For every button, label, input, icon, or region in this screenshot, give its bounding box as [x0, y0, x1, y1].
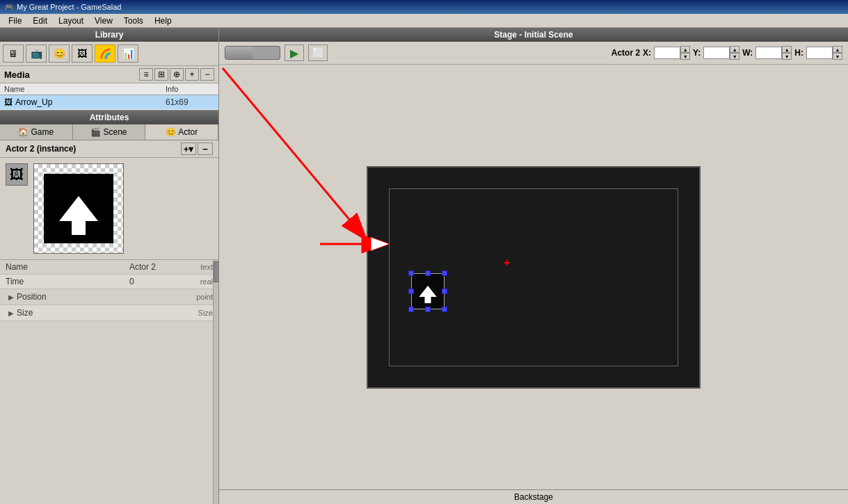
handle-top-center[interactable]	[425, 270, 431, 276]
y-spinbox-arrows: ▲ ▼	[730, 46, 739, 60]
attr-type-position: point	[185, 293, 213, 301]
attr-expand-size[interactable]: ▶	[6, 307, 17, 318]
handle-top-right[interactable]	[442, 270, 447, 276]
media-item-name: Arrow_Up	[15, 97, 166, 107]
actor-icon: 😊	[166, 127, 176, 137]
stage-toolbar: ▶ ⬜ Actor 2 X: 60 ▲ ▼ Y: 116 ▲ ▼	[219, 42, 848, 65]
w-spin-up[interactable]: ▲	[782, 46, 792, 53]
attr-row-position: ▶ Position point	[0, 289, 218, 305]
attr-preview-area: 🖼	[0, 158, 218, 260]
handle-bottom-left[interactable]	[408, 307, 414, 312]
attr-tab-scene-label: Scene	[103, 127, 127, 137]
media-remove-btn[interactable]: −	[200, 68, 214, 81]
attr-add-btn[interactable]: +▾	[181, 143, 196, 155]
actor-arrow-stem	[425, 296, 431, 303]
x-spinbox-arrows: ▲ ▼	[680, 46, 690, 60]
attr-tab-actor[interactable]: 😊 Actor	[145, 124, 218, 140]
actor-sprite	[411, 273, 445, 309]
menu-view[interactable]: View	[89, 15, 118, 27]
y-spin-up[interactable]: ▲	[730, 46, 739, 53]
attr-scrollbar-thumb[interactable]	[214, 261, 218, 282]
menu-edit[interactable]: Edit	[27, 15, 53, 27]
attr-tab-game[interactable]: 🏠 Game	[0, 124, 73, 140]
handle-top-left[interactable]	[408, 270, 414, 276]
h-spinbox: ▲ ▼	[806, 46, 842, 60]
h-spin-up[interactable]: ▲	[833, 46, 842, 53]
x-spinbox: 60 ▲ ▼	[654, 46, 690, 60]
handle-middle-right[interactable]	[442, 288, 447, 294]
actor-arrow-shape	[419, 285, 436, 296]
stage-header-title: Stage - Initial Scene	[494, 30, 573, 40]
library-header: Library	[0, 28, 218, 42]
menu-help[interactable]: Help	[149, 15, 177, 27]
handle-bottom-right[interactable]	[442, 307, 447, 312]
media-list-view-btn[interactable]: ≡	[139, 68, 153, 81]
x-spin-up[interactable]: ▲	[680, 46, 690, 53]
attr-expand-position[interactable]: ▶	[6, 291, 17, 302]
attr-value-name: Actor 2	[129, 262, 185, 272]
media-grid-view-btn[interactable]: ⊞	[154, 68, 168, 81]
stage-info: Actor 2 X: 60 ▲ ▼ Y: 116 ▲ ▼	[611, 46, 842, 60]
attr-label-time: Time	[6, 277, 129, 286]
attr-tab-game-label: Game	[31, 127, 54, 137]
y-input[interactable]: 116	[703, 47, 730, 59]
arrow-up-stem	[72, 220, 86, 235]
x-input[interactable]: 60	[654, 47, 680, 59]
lib-btn-image[interactable]: 🖼	[72, 44, 93, 63]
arrow-up-head	[59, 196, 98, 221]
menu-file[interactable]: File	[3, 15, 27, 27]
lib-btn-monitor[interactable]: 🖥	[3, 44, 24, 63]
scene-icon: 🎬	[90, 127, 101, 137]
attr-label-position: Position	[17, 292, 129, 302]
media-header: Media ≡ ⊞ ⊕ + −	[0, 66, 218, 83]
h-spin-down[interactable]: ▼	[833, 53, 842, 60]
attr-type-time: real	[185, 277, 213, 286]
stage-canvas-area[interactable]: +	[219, 65, 848, 489]
x-spin-down[interactable]: ▼	[680, 53, 690, 60]
h-input[interactable]	[806, 47, 833, 59]
media-import-btn[interactable]: ⊕	[170, 68, 184, 81]
attr-tab-actor-label: Actor	[178, 127, 198, 137]
actor-on-stage[interactable]	[411, 273, 445, 309]
main-layout: Library 🖥 📺 😊 🖼 🌈 📊 Media ≡ ⊞ ⊕ + −	[0, 28, 848, 504]
arrow-up-preview	[44, 174, 113, 243]
attr-instance-header: Actor 2 (instance) +▾ −	[0, 140, 218, 158]
right-panel: Stage - Initial Scene ▶ ⬜ Actor 2 X: 60 …	[219, 28, 848, 504]
lib-btn-color[interactable]: 🌈	[95, 44, 115, 63]
attr-tab-scene[interactable]: 🎬 Scene	[73, 124, 146, 140]
attr-scrollbar[interactable]	[213, 260, 218, 504]
lib-btn-face[interactable]: 😊	[49, 44, 70, 63]
menu-tools[interactable]: Tools	[118, 15, 149, 27]
lib-btn-table[interactable]: 📊	[118, 44, 138, 63]
menu-layout[interactable]: Layout	[53, 15, 89, 27]
media-add-btn[interactable]: +	[185, 68, 199, 81]
media-list: 🖼 Arrow_Up 61x69	[0, 95, 218, 110]
library-toolbar: 🖥 📺 😊 🖼 🌈 📊	[0, 42, 218, 66]
attr-instance-label: Actor 2 (instance)	[6, 144, 76, 154]
titlebar: 🎮 My Great Project - GameSalad	[0, 0, 848, 14]
attr-row-name: Name Actor 2 text	[0, 260, 218, 275]
attr-thumb-large	[33, 163, 124, 254]
handle-middle-left[interactable]	[408, 288, 414, 294]
attr-value-time: 0	[129, 277, 185, 286]
stage-header: Stage - Initial Scene	[219, 28, 848, 42]
lib-btn-tv[interactable]: 📺	[26, 44, 47, 63]
media-item-arrow-up[interactable]: 🖼 Arrow_Up 61x69	[0, 95, 218, 110]
stage-black-background[interactable]: +	[367, 166, 701, 389]
y-spin-down[interactable]: ▼	[730, 53, 739, 60]
handle-bottom-center[interactable]	[425, 307, 431, 312]
actor-name-label: Actor 2	[611, 48, 640, 58]
play-button[interactable]: ▶	[285, 44, 304, 61]
attr-row-time: Time 0 real	[0, 275, 218, 289]
titlebar-title: My Great Project - GameSalad	[17, 3, 121, 11]
actor-arrow-head	[419, 285, 436, 296]
w-input[interactable]: 61	[755, 47, 782, 59]
attr-label-name: Name	[6, 262, 129, 272]
attributes-header: Attributes	[0, 111, 218, 124]
thumb-small-icon: 🖼	[10, 167, 24, 183]
attr-remove-btn[interactable]: −	[198, 143, 213, 155]
y-spinbox: 116 ▲ ▼	[703, 46, 739, 60]
record-button[interactable]: ⬜	[308, 44, 328, 61]
w-spin-down[interactable]: ▼	[782, 53, 792, 60]
attr-instance-controls: +▾ −	[181, 143, 213, 155]
